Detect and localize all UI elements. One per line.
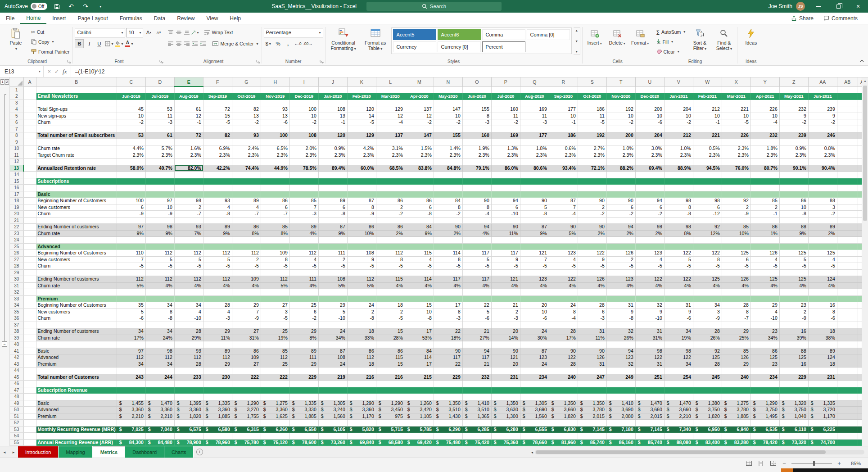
cell[interactable]: $6,290 (434, 426, 462, 433)
shrink-font-button[interactable]: A▾ (154, 28, 163, 37)
cell[interactable]: 125 (779, 250, 808, 257)
cell[interactable]: 53 (145, 106, 174, 113)
cell[interactable]: 29 (203, 361, 232, 368)
cell[interactable] (693, 341, 722, 348)
cell[interactable] (23, 250, 36, 257)
cell[interactable]: 19% (261, 335, 289, 341)
cell[interactable] (23, 269, 36, 276)
cell[interactable] (23, 295, 36, 302)
cell[interactable]: 212 (664, 132, 693, 139)
cell[interactable] (318, 172, 347, 178)
cell[interactable] (318, 159, 347, 165)
cell[interactable]: 4 (203, 309, 232, 315)
cell[interactable]: -7 (261, 211, 289, 218)
cell[interactable]: -2 (808, 211, 837, 218)
cell[interactable]: 31 (578, 361, 606, 368)
cell[interactable]: -5 (261, 263, 289, 270)
cell[interactable] (837, 132, 858, 139)
cell[interactable] (808, 191, 837, 198)
cell[interactable]: 1.0% (606, 145, 635, 152)
cell[interactable]: 226 (750, 106, 779, 113)
cell[interactable] (549, 322, 578, 328)
cell[interactable]: 84 (405, 224, 434, 231)
cell[interactable] (520, 126, 549, 132)
cell[interactable] (289, 433, 318, 440)
cell[interactable]: Annual Recurring Revenue (ARR) (36, 439, 117, 446)
italic-button[interactable]: I (85, 39, 94, 48)
cell[interactable]: 4% (578, 282, 606, 289)
cell[interactable]: $1,455 (117, 400, 145, 407)
cell[interactable] (606, 178, 635, 185)
cell[interactable]: 84 (434, 198, 462, 204)
cell[interactable] (174, 322, 203, 328)
cell[interactable]: $1,350 (578, 400, 606, 407)
formula-input[interactable]: =(1-E10)^12 (71, 66, 868, 77)
font-dialog-launcher[interactable] (159, 59, 164, 64)
clear-button[interactable]: Clear▾ (655, 47, 687, 56)
cell[interactable]: 93 (174, 224, 203, 231)
cell[interactable]: 98 (174, 198, 203, 204)
align-top-icon[interactable] (167, 29, 174, 36)
cell[interactable] (606, 394, 635, 400)
cell[interactable] (203, 126, 232, 132)
cell[interactable] (462, 289, 491, 296)
cell[interactable] (779, 191, 808, 198)
cell[interactable] (779, 269, 808, 276)
cell[interactable]: 120 (318, 132, 347, 139)
row-header-23[interactable]: 23 (10, 230, 23, 237)
cell[interactable] (318, 126, 347, 132)
cell[interactable] (808, 237, 837, 244)
cell[interactable]: Beginning Number of Customers (36, 198, 117, 204)
cell[interactable] (23, 224, 36, 231)
cell[interactable] (376, 368, 405, 374)
cell[interactable] (837, 211, 858, 218)
cell[interactable]: 6 (491, 204, 520, 211)
cell[interactable]: -3 (491, 315, 520, 322)
increase-indent-icon[interactable] (199, 40, 207, 47)
cell[interactable] (722, 420, 750, 427)
cell[interactable]: 90 (578, 224, 606, 231)
cell[interactable] (750, 394, 779, 400)
cell[interactable]: 19% (664, 335, 693, 341)
cell[interactable]: 5 (203, 256, 232, 263)
cell[interactable]: $3,660 (664, 407, 693, 413)
cell[interactable]: 2.3% (289, 152, 318, 159)
cell[interactable]: $1,290 (750, 400, 779, 407)
cell[interactable] (808, 269, 837, 276)
cell[interactable]: Churn (36, 211, 117, 218)
cell[interactable]: 251 (635, 374, 664, 381)
cell[interactable]: 216 (376, 374, 405, 381)
cell[interactable]: 87 (347, 198, 376, 204)
cell[interactable]: 84 (405, 348, 434, 354)
cell[interactable]: $3,510 (434, 407, 462, 413)
cell[interactable] (232, 341, 261, 348)
cell[interactable] (750, 139, 779, 145)
cell[interactable] (837, 282, 858, 289)
cell[interactable]: 3.0% (635, 145, 664, 152)
cell[interactable] (491, 237, 520, 244)
cell[interactable] (722, 191, 750, 198)
cell[interactable] (722, 381, 750, 387)
cell[interactable]: -10 (174, 315, 203, 322)
cell[interactable]: 93 (261, 106, 289, 113)
cell[interactable] (606, 185, 635, 191)
cell[interactable]: 100 (117, 198, 145, 204)
cell[interactable]: 22 (462, 302, 491, 309)
cell[interactable]: -6 (664, 315, 693, 322)
cell[interactable] (232, 289, 261, 296)
cell[interactable] (520, 237, 549, 244)
cell[interactable]: -3 (145, 119, 174, 126)
merge-center-button[interactable]: Merge & Center▾ (211, 39, 259, 49)
format-cells-button[interactable]: Format▾ (629, 26, 651, 46)
cell[interactable] (145, 243, 174, 250)
cell[interactable] (837, 394, 858, 400)
cell[interactable]: 4% (750, 282, 779, 289)
cell[interactable]: 200 (606, 132, 635, 139)
cell[interactable]: 28 (174, 328, 203, 335)
cell[interactable] (289, 217, 318, 224)
cell[interactable]: 34 (145, 361, 174, 368)
customize-qat-button[interactable]: ▾ (95, 1, 105, 11)
cell[interactable] (722, 387, 750, 394)
cell[interactable] (750, 86, 779, 93)
cell[interactable]: 26% (606, 335, 635, 341)
